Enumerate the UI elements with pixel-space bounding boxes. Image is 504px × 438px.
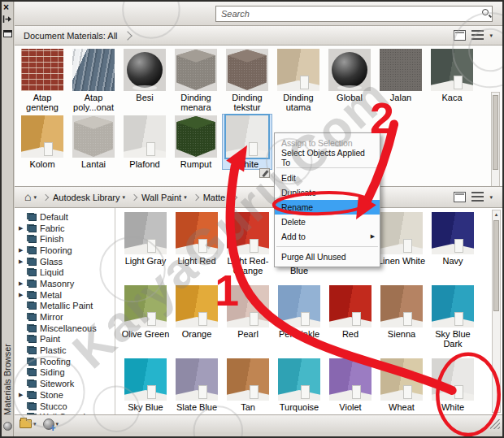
material-tile[interactable]: Wheat <box>377 358 426 412</box>
context-menu-item[interactable]: Delete <box>275 215 380 229</box>
document-materials-header: Document Materials: All <box>15 26 502 46</box>
expand-arrow-icon[interactable] <box>19 280 27 288</box>
material-tile[interactable]: Besi <box>120 48 169 113</box>
scrollbar-thumb[interactable] <box>493 95 498 170</box>
material-tile[interactable]: Dinding utama <box>274 48 323 113</box>
context-menu-item[interactable]: Duplicate <box>275 185 380 200</box>
tree-item[interactable]: Metal <box>15 289 115 301</box>
material-row: Atap genteng Atap poly...onat Besi Dindi… <box>18 48 476 113</box>
context-menu-item[interactable]: Rename <box>275 200 380 215</box>
material-thumbnail <box>329 358 371 401</box>
breadcrumb-item[interactable]: Wall Paint <box>141 193 203 202</box>
thumbnail-view-icon[interactable] <box>454 30 466 41</box>
create-material-button[interactable] <box>41 418 61 431</box>
menu-item-label: Duplicate <box>281 188 316 197</box>
tree-item-label: Masonry <box>40 279 74 288</box>
scroll-up-icon[interactable]: ▴ <box>493 210 500 218</box>
list-view-icon[interactable] <box>471 30 484 41</box>
breadcrumb-home[interactable] <box>24 192 53 202</box>
dropdown-arrow-icon[interactable] <box>123 194 126 201</box>
material-tile[interactable]: Linen White <box>377 211 426 276</box>
context-menu-item[interactable]: Select Objects Applied To <box>275 150 380 165</box>
material-tile[interactable]: Periwinkle <box>275 284 324 349</box>
expand-arrow-icon[interactable] <box>19 224 27 232</box>
thumbnail-view-icon[interactable] <box>454 192 466 202</box>
manage-library-button[interactable] <box>18 418 38 429</box>
material-tile[interactable]: Jalan <box>376 48 425 113</box>
tree-item[interactable]: Masonry <box>15 278 115 289</box>
expand-arrow-icon[interactable] <box>19 258 27 266</box>
tree-item[interactable]: Default <box>15 211 115 223</box>
material-tile[interactable]: White <box>223 115 272 169</box>
list-view-icon[interactable] <box>471 192 484 202</box>
material-tile[interactable]: Rumput <box>172 115 220 169</box>
tree-item[interactable]: Sitework <box>15 378 115 389</box>
search-input[interactable] <box>215 6 493 22</box>
material-tile[interactable]: Tan <box>224 358 272 412</box>
material-tile[interactable]: Turquoise <box>275 358 324 412</box>
material-label: Tan <box>241 402 255 412</box>
search-icon[interactable] <box>482 9 489 15</box>
scrollbar-vertical[interactable] <box>491 92 500 187</box>
tree-item[interactable]: Plastic <box>15 345 115 356</box>
material-tile[interactable]: Kaca <box>428 48 476 113</box>
context-menu-item[interactable]: Add to <box>275 229 380 244</box>
properties-icon[interactable] <box>3 30 12 37</box>
material-tile[interactable]: Violet <box>326 358 375 412</box>
expand-arrow-icon[interactable] <box>19 291 27 299</box>
tree-item[interactable]: Liquid <box>15 267 115 278</box>
material-tile[interactable]: Light Gray <box>121 211 170 276</box>
scrollbar-thumb[interactable] <box>493 220 499 311</box>
tree-item[interactable]: Miscellaneous <box>15 323 115 334</box>
material-tile[interactable]: Dinding menara <box>172 48 220 113</box>
auto-hide-icon[interactable] <box>2 15 12 25</box>
tree-item[interactable]: Siding <box>15 367 115 379</box>
material-tile[interactable]: Pearl <box>224 284 272 349</box>
resize-grip[interactable] <box>490 419 500 429</box>
material-tile[interactable]: Olive Green <box>121 284 170 349</box>
tree-item[interactable]: Paint <box>15 334 115 345</box>
material-tile[interactable]: Orange <box>172 284 221 349</box>
tree-item[interactable]: Mirror <box>15 311 115 323</box>
grid-scrollbar[interactable]: ▴ <box>492 210 501 413</box>
breadcrumb-item[interactable]: Autodesk Library <box>53 193 141 202</box>
view-options-dropdown-icon[interactable] <box>489 194 493 201</box>
material-tile[interactable]: Light Red <box>172 211 221 276</box>
dropdown-arrow-icon[interactable] <box>184 194 187 201</box>
expand-arrow-icon[interactable] <box>19 391 27 399</box>
material-tile[interactable]: Sky Blue Dark <box>428 284 477 349</box>
material-thumbnail <box>278 285 320 327</box>
material-tile[interactable]: Lantai <box>69 115 118 169</box>
material-thumbnail <box>277 49 319 91</box>
material-tile[interactable]: Sienna <box>377 284 426 349</box>
close-icon[interactable]: × <box>3 2 9 13</box>
tree-item[interactable]: Stone <box>15 389 115 401</box>
tree-item[interactable]: Fabric <box>15 223 115 234</box>
breadcrumb-item[interactable]: Matte <box>203 193 242 202</box>
material-tile[interactable]: Red <box>326 284 375 349</box>
tree-item[interactable]: Flooring <box>15 245 115 256</box>
context-menu-item[interactable]: Purge All Unused <box>275 249 380 264</box>
tree-item[interactable]: Stucco <box>15 401 115 412</box>
material-tile[interactable]: Atap poly...onat <box>69 48 118 113</box>
tree-item[interactable]: Finish <box>15 233 115 245</box>
material-tile[interactable]: Dinding tekstur <box>223 48 272 113</box>
material-tile[interactable]: Navy <box>428 211 477 276</box>
material-label: Sienna <box>388 329 415 339</box>
tree-item[interactable]: Metallic Paint <box>15 301 115 312</box>
material-tile[interactable]: Light Red-Orange <box>224 211 272 276</box>
view-options-dropdown-icon[interactable] <box>489 33 493 39</box>
tree-item[interactable]: Glass <box>15 256 115 267</box>
context-menu-item[interactable]: Edit <box>275 171 380 185</box>
expand-arrow-icon[interactable] <box>19 246 27 254</box>
material-tile[interactable]: White <box>428 358 477 412</box>
material-tile[interactable]: Slate Blue <box>172 358 221 412</box>
material-tile[interactable]: Plafond <box>120 115 169 169</box>
tree-item[interactable]: Roofing <box>15 356 115 367</box>
material-tile[interactable]: Sky Blue <box>121 358 170 412</box>
material-tile[interactable]: Global <box>325 48 374 113</box>
material-tile[interactable]: Atap genteng <box>18 48 67 113</box>
dropdown-arrow-icon[interactable] <box>33 194 37 201</box>
material-thumbnail <box>227 212 269 254</box>
material-tile[interactable]: Kolom <box>18 115 67 169</box>
